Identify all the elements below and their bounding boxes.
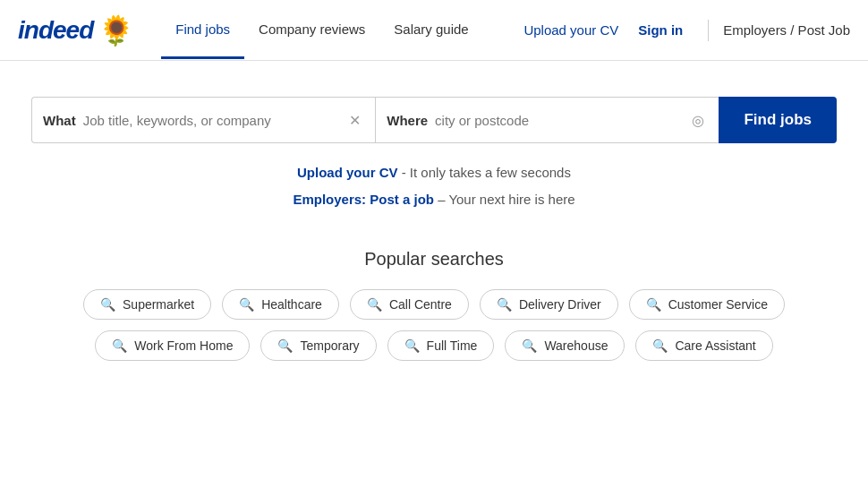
popular-searches-section: Popular searches 🔍Supermarket🔍Healthcare… [18,249,850,361]
search-bar: What ✕ Where ◎ Find jobs [31,97,837,143]
upload-cv-link[interactable]: Upload your CV [297,165,398,180]
upload-cv-promo: Upload your CV - It only takes a few sec… [293,159,574,186]
what-label: What [43,113,76,128]
tag-label: Customer Service [668,297,768,312]
tag-label: Call Centre [389,297,452,312]
search-icon: 🔍 [367,297,382,312]
search-icon: 🔍 [239,297,254,312]
logo[interactable]: indeed 🌻 [18,13,134,47]
tag-label: Warehouse [544,338,608,353]
nav-salary-guide[interactable]: Salary guide [379,2,482,59]
where-search-box: Where ◎ [375,97,719,143]
search-icon: 🔍 [497,297,512,312]
search-icon: 🔍 [522,338,537,353]
popular-tag[interactable]: 🔍Full Time [387,330,495,361]
popular-tag[interactable]: 🔍Delivery Driver [480,289,618,320]
upload-cv-suffix: - It only takes a few seconds [398,165,571,180]
search-icon: 🔍 [652,338,668,353]
popular-tag[interactable]: 🔍Customer Service [629,289,785,320]
search-icon: 🔍 [100,297,115,312]
popular-tag[interactable]: 🔍Call Centre [350,289,469,320]
hero-section: What ✕ Where ◎ Find jobs Upload your CV … [0,61,868,379]
what-clear-icon[interactable]: ✕ [345,108,364,133]
where-input[interactable] [435,113,688,128]
nav-company-reviews[interactable]: Company reviews [244,2,379,59]
search-icon: 🔍 [646,297,661,312]
search-icon: 🔍 [277,338,293,353]
tag-label: Delivery Driver [519,297,601,312]
popular-tag[interactable]: 🔍Supermarket [83,289,211,320]
popular-tag[interactable]: 🔍Healthcare [222,289,339,320]
tag-label: Care Assistant [675,338,755,353]
tag-label: Work From Home [134,338,233,353]
tag-label: Healthcare [261,297,322,312]
what-input[interactable] [83,113,346,128]
search-icon: 🔍 [404,338,420,353]
nav-divider [708,20,709,41]
popular-searches-title: Popular searches [364,249,504,270]
employers-promo: Employers: Post a job – Your next hire i… [293,186,574,213]
promo-links: Upload your CV - It only takes a few sec… [293,159,574,213]
search-icon: 🔍 [112,338,127,353]
sunflower-icon: 🌻 [98,13,134,47]
navbar: indeed 🌻 Find jobs Company reviews Salar… [0,0,868,61]
nav-sign-in[interactable]: Sign in [627,17,694,43]
employers-post-job-link[interactable]: Employers: Post a job [293,192,434,207]
nav-employers-post-job[interactable]: Employers / Post Job [723,22,850,38]
popular-tag[interactable]: 🔍Temporary [260,330,376,361]
nav-right: Upload your CV Sign in Employers / Post … [523,17,850,43]
popular-tag[interactable]: 🔍Work From Home [95,330,250,361]
employers-promo-suffix: – Your next hire is here [434,192,575,207]
where-label: Where [387,113,428,128]
location-icon[interactable]: ◎ [688,108,708,133]
popular-tag[interactable]: 🔍Warehouse [505,330,625,361]
popular-tag[interactable]: 🔍Care Assistant [635,330,772,361]
nav-links: Find jobs Company reviews Salary guide [161,2,523,59]
tag-label: Full Time [427,338,478,353]
what-search-box: What ✕ [31,97,375,143]
popular-tags-container: 🔍Supermarket🔍Healthcare🔍Call Centre🔍Deli… [67,289,801,361]
nav-upload-cv[interactable]: Upload your CV [523,22,618,38]
logo-text: indeed [18,16,93,45]
tag-label: Supermarket [123,297,194,312]
tag-label: Temporary [300,338,359,353]
find-jobs-button[interactable]: Find jobs [719,97,837,143]
nav-find-jobs[interactable]: Find jobs [161,2,244,59]
